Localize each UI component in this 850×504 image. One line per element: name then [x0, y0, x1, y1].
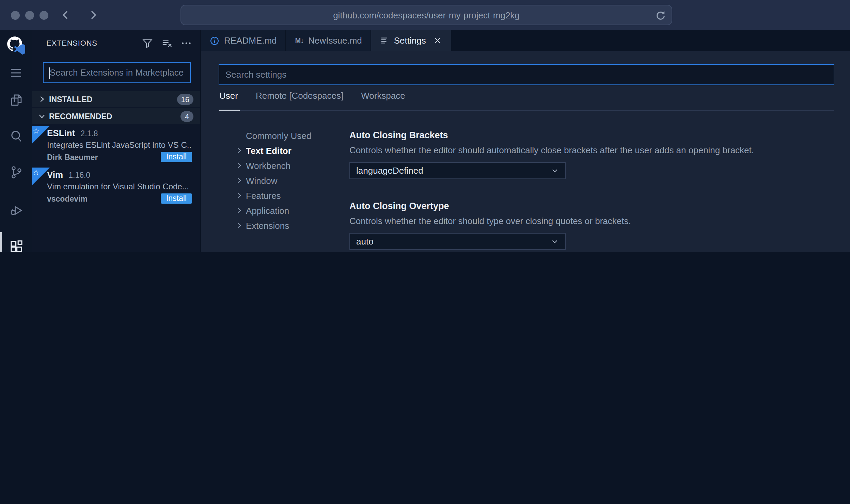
settings-toc: Commonly Used Text Editor Workbench Wind… [201, 119, 349, 252]
scope-tab-remote-codespaces[interactable]: Remote [Codespaces] [256, 91, 343, 101]
install-button[interactable]: Install [161, 152, 192, 162]
app-body: EXTENSIONS [0, 30, 850, 252]
setting-title: Auto Closing Brackets [349, 130, 850, 140]
recommended-ribbon-icon: ☆ [32, 168, 50, 185]
chevron-right-icon [235, 206, 246, 215]
setting-entry: Auto Closing Overtype Controls whether t… [349, 201, 850, 252]
editor-tab-bar: README.md M↓ NewIssue.md Settings [201, 30, 850, 51]
setting-description: Controls whether the editor should type … [349, 216, 850, 226]
toc-item[interactable]: Features [235, 188, 349, 203]
chevron-right-icon [235, 146, 246, 155]
chevron-down-icon [550, 166, 559, 175]
extension-name: ESLint [47, 128, 75, 138]
tab-label: NewIssue.md [308, 35, 362, 46]
setting-value: auto [356, 236, 374, 247]
install-button[interactable]: Install [161, 193, 192, 204]
window-maximize-button[interactable] [40, 11, 48, 20]
editor-group: README.md M↓ NewIssue.md Settings [201, 30, 850, 252]
extension-list-item[interactable]: ☆ Vim 1.16.0 Vim emulation for Visual St… [32, 168, 200, 209]
toc-label: Extensions [246, 220, 289, 231]
url-text: github.com/codespaces/user-my-project-mg… [333, 10, 520, 20]
sidebar-header: EXTENSIONS [32, 30, 200, 56]
filter-icon[interactable] [142, 38, 153, 48]
scope-tab-workspace[interactable]: Workspace [361, 91, 405, 101]
more-actions-icon[interactable] [181, 38, 191, 48]
github-codespaces-logo [0, 35, 32, 56]
extension-list-item[interactable]: ☆ ESLint 2.1.8 Integrates ESLint JavaScr… [32, 126, 200, 168]
settings-search-box[interactable] [219, 64, 834, 85]
recommended-ribbon-icon: ☆ [32, 126, 50, 144]
settings-list-icon [380, 36, 389, 45]
chevron-right-icon [235, 161, 246, 170]
tab-label: Settings [394, 35, 426, 46]
extension-publisher: Dirk Baeumer [47, 153, 98, 161]
toc-item[interactable]: Text Editor [235, 143, 349, 158]
sidebar-section-installed[interactable]: INSTALLED 16 [32, 91, 200, 107]
chevron-right-icon [235, 221, 246, 230]
extension-publisher: vscodevim [47, 194, 88, 203]
tab-newissue[interactable]: M↓ NewIssue.md [286, 30, 372, 51]
chevron-right-icon [37, 95, 47, 104]
scope-tab-user[interactable]: User [219, 91, 238, 101]
section-label: INSTALLED [49, 95, 92, 103]
settings-editor: UserRemote [Codespaces]Workspace Commonl… [201, 51, 850, 252]
toc-item[interactable]: Window [235, 173, 349, 188]
toc-label: Application [246, 205, 289, 216]
window-controls[interactable] [11, 11, 48, 20]
address-bar[interactable]: github.com/codespaces/user-my-project-mg… [180, 5, 672, 25]
setting-entry: Auto Closing Brackets Controls whether t… [349, 130, 850, 201]
browser-chrome: github.com/codespaces/user-my-project-mg… [0, 0, 850, 31]
info-icon [210, 36, 219, 45]
close-icon[interactable] [434, 36, 442, 45]
active-view-indicator [0, 232, 2, 252]
section-count-badge: 4 [180, 111, 193, 122]
search-icon[interactable] [0, 129, 32, 144]
setting-description: Controls whether the editor should autom… [349, 145, 850, 155]
toc-item[interactable]: Workbench [235, 158, 349, 173]
clear-list-icon[interactable] [161, 38, 172, 48]
forward-arrow-icon[interactable] [87, 9, 99, 21]
extension-version: 1.16.0 [68, 171, 90, 179]
setting-title: Auto Closing Overtype [349, 201, 850, 211]
text-cursor [49, 67, 50, 79]
tab-settings[interactable]: Settings [372, 30, 452, 51]
markdown-icon: M↓ [295, 37, 304, 44]
toc-item[interactable]: Application [235, 203, 349, 218]
tab-readme[interactable]: README.md [201, 30, 286, 51]
chevron-down-icon [550, 237, 559, 246]
active-scope-underline [219, 110, 240, 111]
extensions-sidebar: EXTENSIONS [32, 30, 201, 252]
settings-content: Commonly Used Text Editor Workbench Wind… [201, 119, 850, 252]
chevron-right-icon [235, 191, 246, 200]
extension-description: Integrates ESLint JavaScript into VS C..… [47, 140, 192, 150]
chevron-down-icon [37, 112, 47, 121]
extensions-icon[interactable] [0, 239, 32, 252]
window-close-button[interactable] [11, 11, 20, 20]
setting-value: languageDefined [356, 166, 423, 176]
extensions-search-input[interactable] [44, 63, 190, 82]
section-label: RECOMMENDED [49, 112, 112, 120]
toc-label: Workbench [246, 160, 290, 171]
extension-version: 2.1.8 [80, 129, 98, 138]
toc-label: Features [246, 190, 281, 201]
settings-search-input[interactable] [219, 65, 834, 84]
toc-item[interactable]: Commonly Used [235, 128, 349, 143]
menu-icon[interactable] [0, 67, 32, 78]
extensions-search-box[interactable] [43, 62, 191, 83]
back-arrow-icon[interactable] [59, 9, 72, 21]
settings-scope-tabs: UserRemote [Codespaces]Workspace [219, 91, 405, 101]
source-control-icon[interactable] [0, 165, 32, 180]
toc-label: Window [246, 175, 278, 186]
setting-dropdown[interactable]: languageDefined [349, 162, 566, 179]
settings-entries: Auto Closing Brackets Controls whether t… [349, 119, 850, 252]
toc-item[interactable]: Extensions [235, 218, 349, 233]
explorer-icon[interactable] [0, 93, 32, 108]
reload-icon[interactable] [655, 10, 666, 21]
run-and-debug-icon[interactable] [0, 203, 32, 218]
window-minimize-button[interactable] [25, 11, 34, 20]
section-count-badge: 16 [177, 94, 194, 105]
setting-dropdown[interactable]: auto [349, 233, 566, 250]
sidebar-section-recommended[interactable]: RECOMMENDED 4 [32, 108, 200, 124]
toc-label: Commonly Used [246, 130, 311, 141]
activity-bar [0, 30, 32, 252]
